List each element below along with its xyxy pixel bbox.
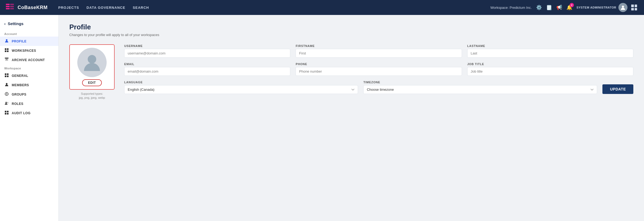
svg-rect-15 xyxy=(5,76,6,77)
timezone-label: TIMEZONE xyxy=(363,81,597,84)
profile-label: PROFILE xyxy=(12,40,27,43)
page-subtitle: Changes to your profile will apply to al… xyxy=(69,33,633,37)
logo-text: CoBaseKRM xyxy=(18,5,48,10)
jobtitle-group: JOB TITLE xyxy=(467,62,633,76)
lastname-input[interactable] xyxy=(467,49,633,58)
svg-point-6 xyxy=(622,6,624,8)
form-row-2: EMAIL PHONE JOB TITLE xyxy=(124,62,633,76)
edit-avatar-button[interactable]: EDIT xyxy=(82,79,102,86)
user-area[interactable]: SYSTEM ADMINISTRATOR xyxy=(577,3,639,12)
workspaces-icon xyxy=(4,48,9,53)
header-right: Workspace: Predictum Inc. ⚙️ 🗒️ 📢 🔔 2 SY… xyxy=(490,3,639,12)
back-chevron-icon: ‹ xyxy=(4,21,6,26)
notification-icon[interactable]: 🔔 2 xyxy=(566,5,572,10)
groups-icon xyxy=(4,92,9,97)
jobtitle-label: JOB TITLE xyxy=(467,62,633,66)
sidebar-back[interactable]: ‹ Settings xyxy=(0,20,58,30)
jobtitle-input[interactable] xyxy=(467,67,633,76)
email-label: EMAIL xyxy=(124,62,290,66)
avatar-container: EDIT xyxy=(69,44,115,90)
form-section: USERNAME FIRSTNAME LASTNAME EMA xyxy=(124,44,633,94)
svg-rect-3 xyxy=(10,4,14,5)
username-label: USERNAME xyxy=(124,44,290,48)
sidebar-item-groups[interactable]: GROUPS xyxy=(0,90,58,99)
table-icon[interactable]: 🗒️ xyxy=(546,5,552,10)
svg-rect-1 xyxy=(6,6,10,7)
logo-area[interactable]: CoBaseKRM xyxy=(5,3,48,12)
sidebar-item-members[interactable]: MEMBERS xyxy=(0,80,58,90)
timezone-select[interactable]: Choose timezone xyxy=(363,85,597,94)
archive-account-label: ARCHIVE ACCOUNT xyxy=(12,58,45,62)
sidebar: ‹ Settings Account PROFILE xyxy=(0,15,59,221)
user-name: SYSTEM ADMINISTRATOR xyxy=(577,6,616,9)
audit-log-icon xyxy=(4,111,9,116)
audit-log-label: AUDIT LOG xyxy=(12,111,31,115)
user-avatar xyxy=(618,3,627,12)
archive-icon xyxy=(4,57,9,62)
svg-rect-9 xyxy=(7,48,9,50)
username-input[interactable] xyxy=(124,49,290,58)
svg-rect-8 xyxy=(5,48,6,50)
language-select[interactable]: English (Canada) English (US) French (Ca… xyxy=(124,85,358,94)
megaphone-icon[interactable]: 📢 xyxy=(556,5,562,10)
svg-point-21 xyxy=(7,102,8,103)
main-header: CoBaseKRM PROJECTS DATA GOVERNANCE SEARC… xyxy=(0,0,644,15)
timezone-group: TIMEZONE Choose timezone xyxy=(363,81,597,94)
language-group: LANGUAGE English (Canada) English (US) F… xyxy=(124,81,358,94)
nav-data-governance[interactable]: DATA GOVERNANCE xyxy=(87,5,125,11)
profile-body: EDIT Supported types: jpg, png, jpeg, we… xyxy=(69,44,633,100)
firstname-input[interactable] xyxy=(296,49,462,58)
username-group: USERNAME xyxy=(124,44,290,58)
phone-input[interactable] xyxy=(296,67,462,76)
sidebar-item-workspaces[interactable]: WORKSPACES xyxy=(0,46,58,55)
main-content: Profile Changes to your profile will app… xyxy=(59,15,644,221)
roles-icon xyxy=(4,101,9,106)
update-button[interactable]: UPDATE xyxy=(602,84,633,94)
email-group: EMAIL xyxy=(124,62,290,76)
lastname-label: LASTNAME xyxy=(467,44,633,48)
svg-rect-13 xyxy=(5,73,6,75)
members-label: MEMBERS xyxy=(12,83,29,87)
nav-projects[interactable]: PROJECTS xyxy=(58,5,79,11)
members-icon xyxy=(4,82,9,88)
notification-badge: 2 xyxy=(570,3,574,7)
svg-rect-10 xyxy=(5,50,6,52)
sidebar-item-general[interactable]: GENERAL xyxy=(0,71,58,80)
avatar-section: EDIT Supported types: jpg, png, jpeg, we… xyxy=(69,44,115,100)
email-input[interactable] xyxy=(124,67,290,76)
app-body: ‹ Settings Account PROFILE xyxy=(0,15,644,221)
general-label: GENERAL xyxy=(12,74,28,78)
svg-rect-0 xyxy=(6,4,10,5)
svg-rect-5 xyxy=(10,8,14,9)
sidebar-item-roles[interactable]: ROLES xyxy=(0,99,58,108)
firstname-label: FIRSTNAME xyxy=(296,44,462,48)
svg-point-7 xyxy=(6,39,7,41)
nav-search[interactable]: SEARCH xyxy=(133,5,149,11)
phone-group: PHONE xyxy=(296,62,462,76)
svg-rect-23 xyxy=(7,111,9,112)
svg-rect-12 xyxy=(5,58,9,58)
svg-rect-14 xyxy=(7,73,9,75)
groups-label: GROUPS xyxy=(12,93,26,96)
svg-point-19 xyxy=(6,93,7,94)
svg-rect-16 xyxy=(7,76,9,77)
sidebar-item-profile[interactable]: PROFILE xyxy=(0,37,58,46)
account-section-label: Account xyxy=(0,30,58,37)
svg-point-20 xyxy=(6,102,7,103)
settings-icon[interactable]: ⚙️ xyxy=(536,5,542,10)
logo-icon xyxy=(5,3,15,12)
svg-rect-24 xyxy=(5,113,6,115)
grid-apps-icon[interactable] xyxy=(630,3,639,12)
form-row-1: USERNAME FIRSTNAME LASTNAME xyxy=(124,44,633,58)
update-button-container: UPDATE xyxy=(602,83,633,94)
svg-rect-2 xyxy=(6,8,10,9)
workspace-label: Workspace: Predictum Inc. xyxy=(490,6,532,10)
workspaces-label: WORKSPACES xyxy=(12,49,36,53)
sidebar-item-audit-log[interactable]: AUDIT LOG xyxy=(0,108,58,118)
settings-title: Settings xyxy=(8,21,23,26)
sidebar-item-archive-account[interactable]: ARCHIVE ACCOUNT xyxy=(0,55,58,65)
lastname-group: LASTNAME xyxy=(467,44,633,58)
firstname-group: FIRSTNAME xyxy=(296,44,462,58)
roles-label: ROLES xyxy=(12,102,23,106)
main-nav: PROJECTS DATA GOVERNANCE SEARCH xyxy=(58,5,482,11)
